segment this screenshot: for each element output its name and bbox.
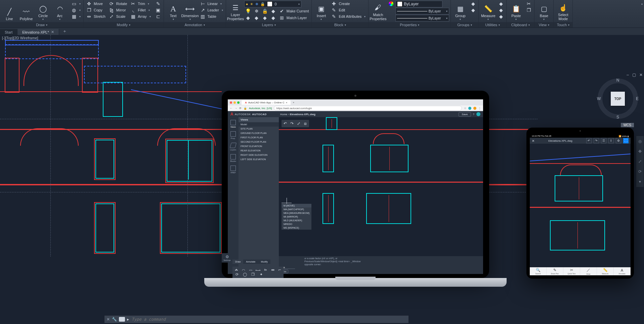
browser-forward[interactable]: →	[234, 107, 237, 110]
ac-m[interactable]: M (MOVE)	[282, 204, 311, 207]
make-current-tool[interactable]: ✔Make Current	[278, 8, 310, 14]
util-sub3[interactable]: ◆	[497, 13, 505, 19]
paste-tool[interactable]: 📋 Paste ▾	[508, 1, 524, 21]
command-line[interactable]: ✕ 🔧 ▸	[104, 315, 409, 323]
undo-button[interactable]: ↶	[282, 121, 288, 127]
web-drawing-view[interactable]: ↶ ↷ ⤢ ⧈ M (MOVE) MA (MATCHPROP)	[279, 117, 483, 274]
layer-misc2[interactable]: ◆	[244, 15, 252, 21]
mac-traffic-lights[interactable]	[230, 101, 240, 104]
views-site[interactable]: SITE PLAN	[239, 127, 279, 131]
layer-dropdown[interactable]: ●☀❄🔒 0 ▾	[244, 1, 301, 7]
tool-circle[interactable]: ◯	[243, 272, 247, 274]
base-tool[interactable]: ▢ Base ▾	[536, 1, 552, 21]
layer-off-tool[interactable]: 💡	[244, 8, 252, 14]
panel-title-clipboard[interactable]: Clipboard	[507, 22, 534, 28]
util-sub1[interactable]: ◆	[497, 1, 505, 7]
mac-max[interactable]	[237, 101, 240, 104]
tb-draw[interactable]: ／Draw	[580, 267, 597, 275]
fillet-tool[interactable]: ◟Fillet▾	[129, 7, 152, 13]
views-right[interactable]: RIGHT SIDE ELEVATION	[239, 153, 279, 157]
text-tool[interactable]: A Text ▾	[165, 1, 181, 21]
tb-quicktrim[interactable]: ✂Quick Trim	[563, 267, 580, 275]
panel-title-utilities[interactable]: Utilities	[479, 22, 506, 28]
rail-blocks[interactable]: Blocks	[230, 153, 236, 163]
ext-icon-1[interactable]	[468, 107, 471, 110]
scale-tool[interactable]: ⤢Scale	[108, 13, 128, 19]
views-front[interactable]: FRONT ELEVATION	[239, 144, 279, 148]
view-cube[interactable]: TOP N S E W	[598, 79, 638, 119]
ac-ms[interactable]: MS (MSPACE)	[282, 226, 311, 230]
viewcube-n[interactable]: N	[616, 78, 619, 83]
tablet-layers[interactable]: ☰	[601, 138, 606, 143]
ac-mi[interactable]: MI (MIRROR)	[282, 215, 311, 219]
mac-min[interactable]	[233, 101, 236, 104]
panel-title-modify[interactable]: Modify	[84, 22, 164, 28]
linetype-dropdown[interactable]: ByLayer ▾	[395, 15, 449, 21]
layer-properties-tool[interactable]: ☰ LayerProperties	[227, 1, 244, 21]
nav-zoom[interactable]: ⤢	[637, 159, 643, 164]
tablet-redo[interactable]: ↷	[594, 138, 599, 143]
offset-tool[interactable]: ⊏	[154, 13, 162, 19]
ac-ma[interactable]: MA (MATCHPROP)	[282, 207, 311, 211]
layer-misc5[interactable]: ◆	[269, 15, 277, 21]
rect-tool[interactable]: ▭▾	[70, 1, 82, 7]
viewcube-s[interactable]: S	[616, 115, 619, 120]
color-wheel[interactable]	[387, 1, 395, 7]
tablet-settings[interactable]: ⚙	[616, 138, 621, 143]
ac-mea[interactable]: MEA (MEASUREGEOM)	[282, 211, 311, 215]
palette-tab-modify[interactable]: Modify	[258, 260, 270, 264]
layer-misc3[interactable]: ◆	[253, 15, 261, 21]
group-sub2[interactable]: ◆	[469, 7, 477, 13]
tablet-fullscreen[interactable]: ⛶	[623, 138, 629, 143]
views-rear[interactable]: REAR ELEVATION	[239, 148, 279, 153]
tb-search[interactable]: 🔍Search	[530, 267, 547, 275]
views-second[interactable]: SECOND FLOOR PLAN	[239, 140, 279, 144]
layer-misc4[interactable]: ◆	[261, 15, 269, 21]
tablet-undo[interactable]: ↶	[586, 138, 592, 143]
address-bar[interactable]	[274, 106, 462, 110]
tab-add[interactable]: ＋	[59, 27, 70, 35]
match-properties-tool[interactable]: 🖌 MatchProperties	[370, 1, 386, 21]
browser-menu[interactable]: ⋮	[478, 107, 481, 110]
panel-title-touch[interactable]: Touch	[554, 22, 572, 28]
nav-wheel[interactable]: ◎	[637, 139, 643, 144]
dimension-tool[interactable]: ⟷ Dimension ▾	[182, 1, 198, 21]
tab-start[interactable]: Start	[0, 29, 17, 35]
settings-button[interactable]: ⚙ Settings	[228, 253, 232, 263]
util-sub2[interactable]: ◆	[497, 7, 505, 13]
tablet-close[interactable]: ✕	[532, 139, 534, 143]
ext-icon-2[interactable]	[473, 107, 476, 110]
panel-title-annotation[interactable]: Annotation	[164, 22, 226, 28]
move-tool[interactable]: ✥Move	[85, 1, 107, 7]
web-cmd-input-row[interactable]: > m	[281, 266, 481, 269]
measure-tool[interactable]: 📏 Measure ▾	[480, 1, 496, 21]
viewcube-e[interactable]: E	[636, 96, 639, 101]
rotate-tool[interactable]: ⟳Rotate	[108, 1, 128, 7]
help-icon[interactable]: ?	[473, 113, 474, 116]
browser-tab-close[interactable]: ×	[286, 101, 288, 104]
edit-attributes-tool[interactable]: ✎Edit Attributes▾	[330, 13, 367, 19]
palette-tab-annotate[interactable]: Annotate	[243, 260, 258, 264]
stretch-tool[interactable]: ⇔Stretch	[85, 13, 107, 19]
command-input[interactable]	[131, 317, 406, 322]
browser-back[interactable]: ←	[230, 107, 232, 110]
color-dropdown[interactable]: ByLayer ▾	[395, 1, 442, 7]
tablet-drawing-view[interactable]	[530, 144, 631, 267]
cmd-close-icon[interactable]: ✕	[106, 317, 110, 322]
tool-copy[interactable]: ❐	[251, 272, 255, 274]
rail-xref[interactable]: XREF	[230, 165, 236, 174]
ellipse-tool[interactable]: ◍▾	[70, 7, 82, 13]
hatch-tool[interactable]: ▦▾	[70, 13, 82, 19]
panel-title-layers[interactable]: Layers	[226, 22, 312, 28]
copy-clip-tool[interactable]: ❐	[525, 7, 533, 13]
panel-title-block[interactable]: Block	[312, 22, 368, 28]
explode-tool[interactable]: ▣	[154, 7, 162, 13]
tb-annotate[interactable]: AAnnotate	[614, 267, 631, 275]
tb-smartpen[interactable]: ✎Smart Pen	[547, 267, 563, 275]
views-model[interactable]: Model	[239, 122, 279, 127]
lineweight-dropdown[interactable]: ByLayer ▾	[395, 8, 449, 14]
views-ground[interactable]: GROUND FLOOR PLAN	[239, 131, 279, 135]
select-mode-tool[interactable]: ☝ SelectMode	[555, 1, 571, 21]
views-left[interactable]: LEFT SIDE ELEVATION	[239, 157, 279, 161]
layer-misc1-tool[interactable]: ◆	[269, 8, 277, 14]
